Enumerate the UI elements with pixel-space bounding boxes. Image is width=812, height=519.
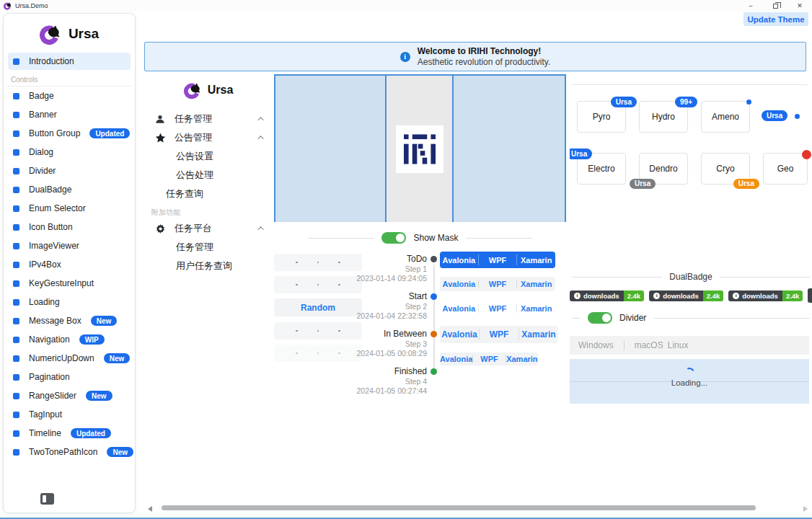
menu-logo: Ursa [144,72,273,110]
bullet-icon [13,168,19,174]
sidebar-item-introduction[interactable]: Introduction [8,53,131,70]
horizontal-scrollbar-thumb[interactable] [162,505,756,510]
timeline-step: Step 4 [339,377,427,386]
wpf-button[interactable]: WPF [479,301,517,316]
sidebar-item-rangeslider[interactable]: RangeSliderNew [4,386,135,405]
dualbadge-label: downloads [663,292,699,300]
image-viewer[interactable] [274,74,566,222]
sidebar-item-label: DualBadge [29,185,71,195]
sidebar-item-navigation[interactable]: NavigationWIP [4,330,135,349]
sidebar-item-label: NumericUpDown [29,353,94,363]
bullet-icon [13,449,19,456]
sidebar-item-message-box[interactable]: Message BoxNew [4,311,135,330]
timeline-step: Step 3 [339,340,427,349]
menu-item-announcement-settings[interactable]: 公告设置 [144,147,273,166]
sidebar-item-ipv4box[interactable]: IPv4Box [4,255,135,274]
divider-line [466,238,532,239]
sidebar-item-twotonepathicon[interactable]: TwoTonePathIconNew [4,443,135,461]
wpf-button[interactable]: WPF [479,277,517,291]
avalonia-button[interactable]: Avalonia [440,252,478,268]
badge-card-cryo: Cryo Ursa [701,153,750,185]
card-label: Cryo [716,164,734,174]
sidebar-item-dialog[interactable]: Dialog [4,143,135,161]
timeline-dot-finished [431,368,437,375]
menu-section-label: 附加功能 [144,203,273,219]
sidebar-item-label: Button Group [29,128,80,138]
divider-demo-row: Divider [572,312,810,324]
wpf-button[interactable]: WPF [480,326,518,343]
sidebar-item-dualbadge[interactable]: DualBadge [4,180,135,199]
close-button[interactable]: ✕ [787,0,812,12]
xamarin-button[interactable]: Xamarin [506,352,538,365]
menu-item-platform-task-management[interactable]: 任务管理 [144,238,273,257]
loading-label: Loading... [570,378,809,387]
show-mask-label: Show Mask [413,233,458,243]
timeline-date: 2024-01-05 00:27:44 [339,386,427,396]
maximize-button[interactable] [763,0,787,12]
bullet-icon [13,262,19,268]
sidebar: Ursa Introduction Controls Badge Banner … [3,13,136,513]
viewer-crop-region[interactable] [385,76,454,222]
xamarin-button[interactable]: Xamarin [519,326,558,343]
divider-toggle-label: Divider [619,313,646,323]
button-group-large: Avalonia WPF Xamarin [440,326,558,343]
bullet-icon [13,393,19,399]
avalonia-button[interactable]: Avalonia [440,326,479,343]
vertical-divider [624,341,625,350]
sidebar-item-numericupdown[interactable]: NumericUpDownNew [4,349,135,368]
right-demo-panel: Pyro Ursa Hydro 99+ Ameno Ursa Electro U… [570,72,812,404]
sidebar-item-loading[interactable]: Loading [4,293,135,311]
sidebar-item-enum-selector[interactable]: Enum Selector [4,199,135,218]
wpf-button[interactable]: WPF [479,252,517,268]
timeline-date: 2024-01-05 00:08:29 [339,349,427,358]
dualbadge: idownloads 2.4k [570,290,644,301]
sidebar-item-pagination[interactable]: Pagination [4,368,135,386]
os-label-windows: Windows [578,340,614,350]
updated-badge: Updated [89,128,130,138]
sidebar-item-keygestureinput[interactable]: KeyGestureInput [4,274,135,293]
menu-item-task-query[interactable]: 任务查询 [144,185,273,203]
info-icon: i [733,293,739,299]
xamarin-button[interactable]: Xamarin [517,301,555,316]
sidebar-item-badge[interactable]: Badge [4,86,135,105]
button-group-borderless: Avalonia WPF Xamarin [440,301,555,316]
update-theme-button[interactable]: Update Theme [743,12,808,26]
divider-toggle[interactable] [588,312,612,324]
xamarin-button[interactable]: Xamarin [517,252,555,268]
xamarin-button[interactable]: Xamarin [517,277,555,291]
sidebar-item-divider[interactable]: Divider [4,161,135,180]
timeline-title: In Between [339,329,427,340]
show-mask-toggle[interactable] [381,232,406,244]
avalonia-button[interactable]: Avalonia [440,277,478,291]
sidebar-item-imageviewer[interactable]: ImageViewer [4,236,135,255]
menu-item-announcement-processing[interactable]: 公告处理 [144,166,273,185]
sidebar-collapse-icon[interactable] [40,493,54,505]
menu-item-task-platform[interactable]: 任务平台 [144,219,273,238]
sidebar-item-label: Pagination [29,372,70,382]
card-label: Ameno [712,112,739,122]
sidebar-item-taginput[interactable]: TagInput [4,405,135,424]
timeline-step: Step 2 [339,302,427,311]
banner-message: Aesthetic revolution of productivity. [418,57,551,68]
menu-item-task-management[interactable]: 任务管理 [144,110,273,128]
scroll-left-arrow[interactable] [148,506,152,512]
standalone-ursa-badge: Ursa [762,110,787,121]
wpf-button[interactable]: WPF [473,352,505,365]
menu-item-user-task-query[interactable]: 用户任务查询 [144,257,273,275]
os-label-linux: Linux [668,340,689,350]
sidebar-item-button-group[interactable]: Button GroupUpdated [4,124,135,143]
avalonia-button[interactable]: Avalonia [440,352,472,365]
sidebar-item-icon-button[interactable]: Icon Button [4,218,135,236]
window-title: Ursa.Demo [15,2,48,9]
menu-item-announcement-management[interactable]: 公告管理 [144,128,273,147]
scroll-right-arrow[interactable] [803,506,808,512]
sidebar-item-banner[interactable]: Banner [4,105,135,124]
bullet-icon [13,412,19,418]
ursa-logo-icon [184,81,203,99]
dot-badge-red [802,150,811,159]
divider-line [653,318,810,319]
avalonia-button[interactable]: Avalonia [440,301,478,316]
restore-icon [773,4,778,9]
minimize-button[interactable]: – [738,0,763,12]
sidebar-item-timeline[interactable]: TimelineUpdated [4,424,135,443]
